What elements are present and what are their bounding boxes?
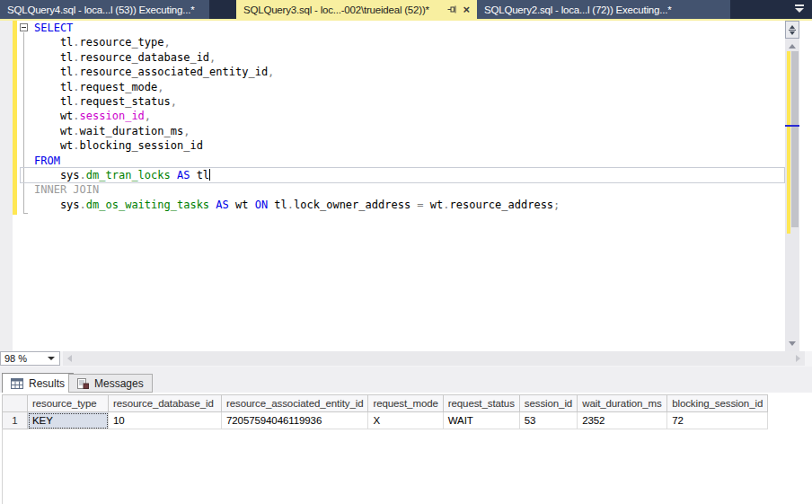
code-line-6[interactable]: tl.request_status, — [34, 94, 560, 109]
zoom-level-combo[interactable]: 98 % — [0, 351, 60, 366]
vertical-scroll-thumb[interactable] — [791, 51, 799, 227]
grid-cell-request_mode[interactable]: X — [368, 412, 443, 429]
code-token: . — [73, 95, 79, 108]
code-line-1[interactable]: SELECT — [34, 21, 560, 35]
tab-sqlquery4[interactable]: SQLQuery4.sql - loca...l (53)) Executing… — [0, 0, 209, 19]
code-token: , — [171, 95, 177, 108]
splitter-grip-icon — [789, 25, 796, 35]
code-line-12[interactable]: INNER JOIN — [34, 182, 560, 197]
messages-icon — [77, 378, 89, 389]
code-token: dm_os_waiting_tasks — [86, 199, 209, 211]
outline-guide-end — [23, 213, 28, 214]
horizontal-scrollbar[interactable] — [63, 351, 805, 366]
grid-header-request_mode[interactable]: request_mode — [368, 395, 443, 412]
code-token: blocking_session_id — [80, 139, 203, 152]
code-line-2[interactable]: tl.resource_type, — [34, 35, 560, 49]
grid-corner-cell[interactable] — [3, 395, 28, 412]
document-tab-bar: SQLQuery4.sql - loca...l (53)) Executing… — [0, 0, 812, 19]
tab-label: SQLQuery3.sql - loc...-002\trueideal (52… — [243, 4, 440, 15]
indicator-margin — [0, 21, 13, 351]
grid-header-resource_database_id[interactable]: resource_database_id — [109, 395, 222, 412]
scroll-up-icon[interactable] — [789, 44, 796, 49]
tab-sqlquery3-active[interactable]: SQLQuery3.sql - loc...-002\trueideal (52… — [236, 0, 477, 19]
change-tracking-bar — [13, 21, 17, 215]
code-token: tl — [268, 199, 287, 211]
split-window-handle[interactable] — [785, 21, 799, 39]
code-token: resource_associated_entity_id — [80, 66, 269, 78]
code-line-9[interactable]: wt.blocking_session_id — [34, 138, 560, 153]
results-grid-icon — [11, 378, 23, 389]
code-line-11[interactable]: sys.dm_tran_locks AS tl — [34, 168, 560, 182]
grid-cell-blocking_session_id[interactable]: 72 — [667, 412, 768, 429]
code-line-7[interactable]: wt.session_id, — [34, 109, 560, 123]
code-line-3[interactable]: tl.resource_database_id, — [34, 50, 560, 65]
scroll-right-icon[interactable] — [796, 355, 800, 362]
code-line-8[interactable]: wt.wait_duration_ms, — [34, 124, 560, 138]
grid-header-resource_associated_entity_id[interactable]: resource_associated_entity_id — [222, 395, 368, 412]
close-icon[interactable]: × — [463, 4, 470, 15]
code-token: = — [417, 199, 423, 211]
code-token: . — [443, 199, 449, 211]
code-token: tl — [34, 51, 73, 64]
code-token: INNER JOIN — [34, 183, 99, 196]
sql-editor[interactable]: SELECT tl.resource_type, tl.resource_dat… — [0, 21, 812, 351]
tab-messages[interactable]: Messages — [68, 374, 153, 393]
grid-cell-resource_type[interactable]: KEY — [28, 412, 109, 429]
pin-icon[interactable] — [447, 4, 457, 14]
code-token: tl — [34, 81, 73, 93]
code-token: . — [80, 199, 86, 211]
code-token: . — [73, 139, 79, 152]
grid-row-1: 1KEY1072057594046119936XWAIT53235272 — [3, 412, 768, 429]
grid-cell-session_id[interactable]: 53 — [519, 412, 577, 429]
code-token: . — [73, 125, 79, 137]
code-token: wt — [34, 139, 73, 152]
code-line-4[interactable]: tl.resource_associated_entity_id, — [34, 65, 560, 79]
grid-cell-resource_associated_entity_id[interactable]: 72057594046119936 — [222, 412, 368, 429]
code-token: wt — [34, 110, 73, 122]
grid-cell-resource_database_id[interactable]: 10 — [109, 412, 222, 429]
code-token: wt — [229, 199, 255, 211]
code-token: wait_duration_ms — [80, 125, 184, 137]
grid-cell-request_status[interactable]: WAIT — [443, 412, 519, 429]
code-text[interactable]: SELECT tl.resource_type, tl.resource_dat… — [34, 21, 560, 212]
code-token: . — [73, 36, 79, 49]
grid-cell-wait_duration_ms[interactable]: 2352 — [578, 412, 667, 429]
code-token: wt — [34, 125, 73, 137]
scroll-down-icon[interactable] — [789, 341, 796, 346]
code-token: , — [268, 66, 274, 78]
document-list-dropdown-icon[interactable] — [795, 4, 806, 15]
ssms-window: SQLQuery4.sql - loca...l (53)) Executing… — [0, 0, 812, 504]
code-token: tl — [190, 169, 209, 181]
grid-header-wait_duration_ms[interactable]: wait_duration_ms — [578, 395, 667, 412]
code-token: . — [73, 110, 79, 122]
code-line-10[interactable]: FROM — [34, 154, 560, 168]
chevron-down-icon — [48, 357, 55, 360]
code-token: ; — [553, 199, 560, 211]
grid-header-blocking_session_id[interactable]: blocking_session_id — [667, 395, 768, 412]
code-token: resource_type — [80, 36, 164, 49]
vertical-scrollbar[interactable] — [785, 21, 799, 351]
code-token: session_id — [80, 110, 145, 122]
results-grid[interactable]: resource_typeresource_database_idresourc… — [2, 394, 768, 429]
code-token: . — [287, 199, 294, 211]
code-token: FROM — [34, 155, 60, 167]
grid-header-session_id[interactable]: session_id — [519, 395, 577, 412]
code-line-13[interactable]: sys.dm_os_waiting_tasks AS wt ON tl.lock… — [34, 198, 560, 212]
code-token: AS — [177, 169, 190, 181]
code-token: tl — [34, 36, 73, 49]
scroll-left-icon[interactable] — [67, 355, 72, 362]
tab-results[interactable]: Results — [2, 373, 74, 393]
text-caret — [209, 169, 210, 181]
scrollbar-change-annotation — [787, 51, 790, 234]
grid-header-request_status[interactable]: request_status — [443, 395, 519, 412]
code-line-5[interactable]: tl.request_mode, — [34, 80, 560, 94]
tab-label: SQLQuery2.sql - loca...l (72)) Executing… — [484, 4, 672, 15]
code-token: sys — [34, 199, 80, 211]
grid-row-header[interactable]: 1 — [3, 412, 28, 429]
collapse-region-icon[interactable] — [20, 23, 28, 31]
code-token: dm_tran_locks — [86, 169, 171, 181]
outline-guide-line — [23, 32, 24, 213]
tab-sqlquery2[interactable]: SQLQuery2.sql - loca...l (72)) Executing… — [477, 0, 730, 19]
grid-header-resource_type[interactable]: resource_type — [28, 395, 109, 412]
code-token: tl — [34, 66, 73, 78]
